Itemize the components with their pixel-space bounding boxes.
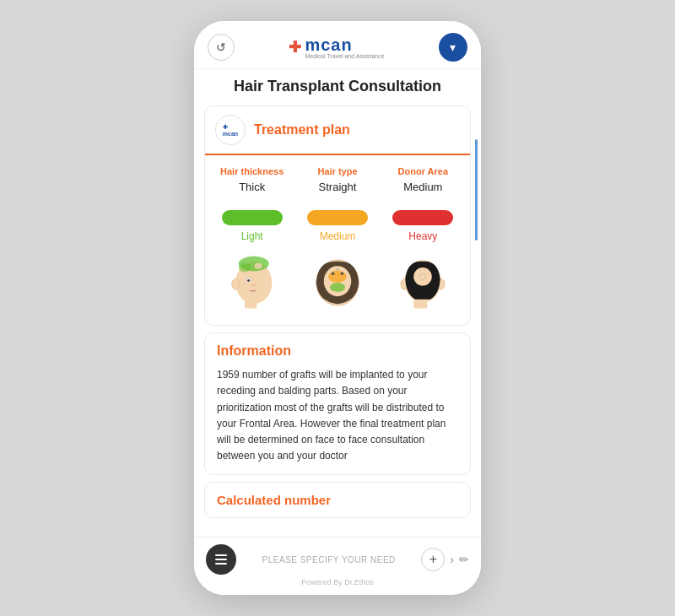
- heavy-label: Heavy: [408, 230, 437, 242]
- hair-type-label: Hair type: [317, 165, 357, 177]
- scrollbar: [475, 139, 478, 240]
- hair-type-value: Straight: [319, 181, 357, 193]
- add-button[interactable]: +: [421, 548, 445, 571]
- refresh-button[interactable]: ↺: [208, 34, 235, 61]
- chevron-down-icon: ▾: [450, 41, 456, 54]
- phone-frame: ↺ ✚ mcan Medical Travel and Assistance ▾…: [194, 21, 481, 595]
- hair-thickness-label: Hair thickness: [220, 165, 284, 177]
- svg-point-7: [254, 263, 262, 269]
- menu-icon-line2: [215, 559, 227, 560]
- mcan-small-logo: ✚mcan: [215, 115, 246, 145]
- svg-point-18: [414, 267, 433, 286]
- severity-medium-col: Medium: [297, 210, 377, 242]
- information-text: 1959 number of grafts will be implanted …: [217, 367, 458, 464]
- logo-name: mcan: [305, 35, 352, 54]
- powered-by: Powered By Dr.Ethos: [206, 578, 469, 586]
- page-title: Hair Transplant Consultation: [194, 69, 481, 99]
- card-header: ✚mcan Treatment plan: [205, 106, 470, 155]
- treatment-grid: Hair thickness Thick Hair type Straight …: [205, 155, 470, 200]
- information-title: Information: [217, 343, 458, 359]
- head-light-svg: [222, 252, 283, 313]
- heavy-bar: [392, 210, 453, 225]
- treatment-plan-title: Treatment plan: [254, 122, 350, 138]
- specify-text: PLEASE SPECIFY YOUR NEED: [262, 555, 395, 565]
- svg-point-2: [231, 279, 239, 290]
- logo: ✚ mcan Medical Travel and Assistance: [289, 35, 384, 59]
- bottom-bar: PLEASE SPECIFY YOUR NEED + › ✏ Powered B…: [194, 537, 481, 595]
- menu-button[interactable]: [206, 544, 236, 575]
- chevron-right-icon[interactable]: ›: [450, 553, 454, 566]
- information-card: Information 1959 number of grafts will b…: [204, 332, 471, 475]
- severity-section: Light Medium Heavy: [205, 200, 470, 246]
- head-heavy-svg: [392, 252, 453, 313]
- medium-bar: [307, 210, 368, 225]
- donor-area-value: Medium: [403, 181, 442, 193]
- logo-cross-icon: ✚: [289, 38, 301, 57]
- light-bar: [222, 210, 283, 225]
- edit-icon[interactable]: ✏: [459, 553, 469, 566]
- bottom-right-controls: + › ✏: [421, 548, 469, 571]
- menu-icon-line3: [215, 563, 227, 565]
- head-medium-col: [297, 252, 377, 313]
- scroll-content: ✚mcan Treatment plan Hair thickness Thic…: [194, 99, 481, 595]
- dropdown-button[interactable]: ▾: [439, 33, 467, 62]
- head-light-col: [212, 252, 292, 313]
- head-heavy-col: [383, 252, 463, 313]
- hair-type-col: Hair type Straight: [297, 165, 377, 193]
- mcan-logo-icon: ✚mcan: [223, 124, 238, 137]
- svg-point-6: [238, 263, 250, 273]
- severity-heavy-col: Heavy: [383, 210, 463, 242]
- svg-point-4: [247, 279, 250, 282]
- head-medium-svg: [307, 252, 368, 313]
- calculated-title: Calculated number: [217, 493, 458, 507]
- heads-section: [205, 246, 470, 325]
- svg-point-10: [328, 271, 347, 283]
- donor-area-label: Donor Area: [398, 165, 449, 177]
- bottom-row: PLEASE SPECIFY YOUR NEED + › ✏: [206, 544, 469, 575]
- svg-point-11: [330, 283, 345, 292]
- severity-light-col: Light: [212, 210, 292, 242]
- logo-text-block: mcan Medical Travel and Assistance: [305, 35, 384, 59]
- refresh-icon: ↺: [216, 41, 226, 54]
- svg-point-13: [341, 273, 344, 276]
- medium-label: Medium: [320, 230, 356, 242]
- hair-thickness-col: Hair thickness Thick: [212, 165, 292, 193]
- svg-point-12: [332, 273, 335, 276]
- hair-thickness-value: Thick: [239, 181, 265, 193]
- logo-subtitle: Medical Travel and Assistance: [305, 53, 384, 59]
- menu-icon-line1: [215, 554, 227, 556]
- app-header: ↺ ✚ mcan Medical Travel and Assistance ▾: [194, 21, 481, 69]
- donor-area-col: Donor Area Medium: [383, 165, 463, 193]
- calculated-card: Calculated number: [204, 482, 471, 518]
- light-label: Light: [241, 230, 263, 242]
- treatment-plan-card: ✚mcan Treatment plan Hair thickness Thic…: [204, 105, 471, 326]
